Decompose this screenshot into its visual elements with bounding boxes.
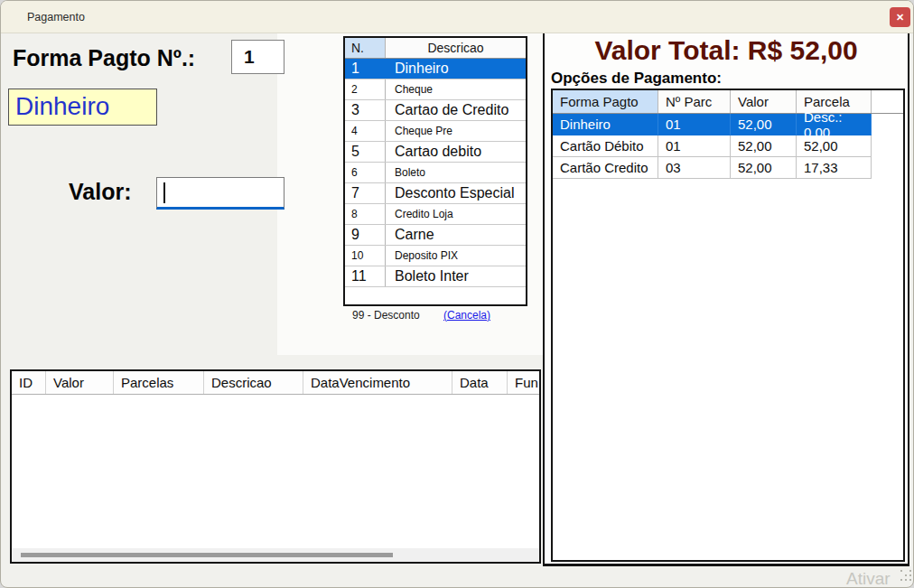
list-item[interactable]: 4Cheque Pre xyxy=(345,121,526,142)
list-item-number: 2 xyxy=(345,79,386,99)
payment-list-body: 1Dinheiro2Cheque3Cartao de Credito4Chequ… xyxy=(345,59,526,287)
grid-cell: Cartão Débito xyxy=(553,135,658,157)
column-header-n[interactable]: N. xyxy=(345,38,386,58)
grid-row-filler xyxy=(872,114,903,135)
grid-row-filler xyxy=(872,157,903,179)
valor-input[interactable] xyxy=(156,177,284,210)
payment-options-grid: Forma PagtoNº ParcValorParcela Dinheiro0… xyxy=(551,89,905,562)
detail-column-header[interactable]: DataVencimento xyxy=(303,371,452,394)
payment-summary-panel: Valor Total: R$ 52,00 Opções de Pagament… xyxy=(543,33,909,566)
grid-column-header[interactable]: Valor xyxy=(731,90,797,113)
list-item-number: 4 xyxy=(345,121,386,141)
grid-cell: Dinheiro xyxy=(553,114,658,135)
detail-column-header[interactable]: Parcelas xyxy=(114,371,204,394)
list-item-desc: Cheque Pre xyxy=(386,121,526,141)
list-item[interactable]: 9Carne xyxy=(345,225,526,246)
column-header-descricao[interactable]: Descricao xyxy=(386,38,526,58)
list-item[interactable]: 5Cartao debito xyxy=(345,142,526,163)
list-item-number: 1 xyxy=(345,59,386,79)
list-item-desc: Cheque xyxy=(386,79,526,99)
list-item-desc: Dinheiro xyxy=(386,59,526,79)
valor-label: Valor: xyxy=(69,179,131,205)
grid-row-filler xyxy=(872,135,903,157)
titlebar: Pagamento ✕ xyxy=(1,1,913,33)
list-item-desc: Carne xyxy=(386,225,526,245)
list-item[interactable]: 6Boleto xyxy=(345,163,526,183)
list-item-number: 7 xyxy=(345,183,386,203)
detail-column-header[interactable]: Descricao xyxy=(204,371,303,394)
list-item-number: 6 xyxy=(345,163,386,182)
payment-type-list-header: N.Descricao xyxy=(345,38,526,59)
list-item[interactable]: 10Deposito PIX xyxy=(345,246,526,266)
grid-cell: 52,00 xyxy=(797,135,872,157)
detail-column-header[interactable]: Valor xyxy=(46,371,114,394)
list-item-desc: Credito Loja xyxy=(386,204,526,224)
close-button[interactable]: ✕ xyxy=(890,7,910,27)
activate-watermark: Ativar xyxy=(846,569,891,588)
horizontal-scrollbar[interactable] xyxy=(12,548,539,562)
list-item-desc: Boleto Inter xyxy=(386,266,526,286)
detail-column-header[interactable]: Fun xyxy=(508,371,539,394)
detail-table: IDValorParcelasDescricaoDataVencimentoDa… xyxy=(10,369,541,564)
grid-cell: 01 xyxy=(658,135,731,157)
pagamento-window: Pagamento ✕ Forma Pagto Nº.: Dinheiro Va… xyxy=(0,0,914,588)
grid-cell: 52,00 xyxy=(731,157,797,179)
payment-options-grid-body: Dinheiro0152,00Desc.: 0,00Cartão Débito0… xyxy=(553,114,903,179)
grid-header-filler xyxy=(872,90,903,113)
detail-column-header[interactable]: ID xyxy=(12,371,46,394)
forma-pagto-label: Forma Pagto Nº.: xyxy=(13,45,195,71)
grid-row[interactable]: Cartão Débito0152,0052,00 xyxy=(553,135,903,157)
scrollbar-thumb[interactable] xyxy=(21,553,393,557)
grid-row[interactable]: Cartão Credito0352,0017,33 xyxy=(553,157,903,179)
list-item[interactable]: 11Boleto Inter xyxy=(345,266,526,287)
list-item-number: 3 xyxy=(345,100,386,120)
opcoes-pagamento-label: Opções de Pagamento: xyxy=(551,70,722,88)
grid-row[interactable]: Dinheiro0152,00Desc.: 0,00 xyxy=(553,114,903,135)
list-item[interactable]: 7Desconto Especial xyxy=(345,183,526,204)
list-item-number: 11 xyxy=(345,266,386,286)
detail-table-header: IDValorParcelasDescricaoDataVencimentoDa… xyxy=(12,371,539,395)
grid-column-header[interactable]: Forma Pagto xyxy=(553,90,658,113)
window-title: Pagamento xyxy=(27,11,85,23)
list-item-desc: Cartao debito xyxy=(386,142,526,162)
list-item[interactable]: 1Dinheiro xyxy=(345,59,526,79)
forma-pagto-input[interactable] xyxy=(231,40,284,74)
list-item-desc: Cartao de Credito xyxy=(386,100,526,120)
grid-cell: Desc.: 0,00 xyxy=(797,114,872,135)
detail-column-header[interactable]: Data xyxy=(452,371,508,394)
grid-cell: 01 xyxy=(658,114,731,135)
list-item-number: 8 xyxy=(345,204,386,224)
grid-cell: Cartão Credito xyxy=(553,157,658,179)
list-item-number: 5 xyxy=(345,142,386,162)
list-item-desc: Deposito PIX xyxy=(386,246,526,266)
grid-cell: 52,00 xyxy=(731,114,797,135)
grid-cell: 17,33 xyxy=(797,157,872,179)
cancela-link[interactable]: (Cancela) xyxy=(443,309,490,322)
desconto-note: 99 - Desconto xyxy=(352,309,420,322)
grid-cell: 03 xyxy=(658,157,731,179)
close-icon: ✕ xyxy=(896,12,904,23)
grid-cell: 52,00 xyxy=(731,135,797,157)
text-caret xyxy=(163,182,165,203)
list-item[interactable]: 2Cheque xyxy=(345,79,526,100)
list-item-desc: Desconto Especial xyxy=(386,183,526,203)
grid-column-header[interactable]: Nº Parc xyxy=(658,90,731,113)
resize-grip-icon[interactable] xyxy=(900,570,913,583)
list-item[interactable]: 3Cartao de Credito xyxy=(345,100,526,121)
list-item-number: 9 xyxy=(345,225,386,245)
valor-total: Valor Total: R$ 52,00 xyxy=(545,35,908,66)
payment-type-display: Dinheiro xyxy=(8,89,157,126)
payment-type-list: N.Descricao 1Dinheiro2Cheque3Cartao de C… xyxy=(343,36,527,306)
list-item-number: 10 xyxy=(345,246,386,266)
list-item-desc: Boleto xyxy=(386,163,526,182)
list-item[interactable]: 8Credito Loja xyxy=(345,204,526,225)
